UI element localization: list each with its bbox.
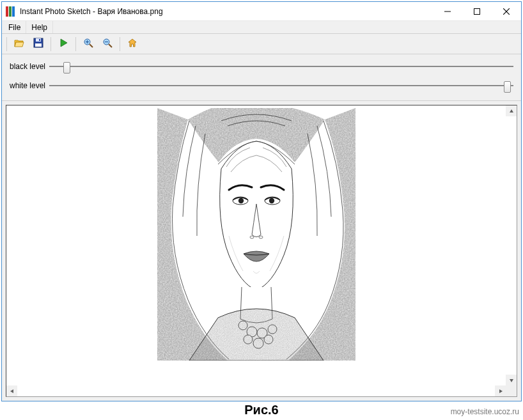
vertical-scrollbar[interactable]: [506, 105, 517, 385]
save-button[interactable]: [29, 36, 47, 52]
toolbar-separator: [75, 37, 76, 51]
scroll-left-button[interactable]: [6, 385, 17, 396]
svg-line-10: [90, 44, 93, 47]
scroll-corner: [506, 385, 517, 396]
black-level-slider[interactable]: [49, 66, 513, 67]
scroll-down-button[interactable]: [506, 375, 517, 385]
svg-rect-7: [39, 39, 40, 41]
toolbar: [2, 34, 521, 54]
vertical-scroll-track[interactable]: [506, 116, 517, 375]
white-level-slider[interactable]: [49, 85, 513, 86]
zoom-in-icon: [83, 38, 93, 50]
sliders-panel: black level white level: [2, 54, 521, 101]
svg-line-14: [109, 44, 112, 47]
toolbar-separator: [51, 37, 51, 51]
zoom-out-button[interactable]: [98, 36, 116, 52]
svg-point-20: [238, 198, 243, 203]
svg-marker-34: [510, 379, 513, 382]
horizontal-scroll-track[interactable]: [17, 385, 495, 396]
svg-marker-36: [499, 389, 503, 393]
window-controls: [433, 2, 521, 20]
app-icon: [6, 6, 16, 17]
scroll-right-button[interactable]: [495, 385, 506, 396]
image-viewport: [6, 105, 517, 397]
white-level-thumb[interactable]: [504, 81, 511, 93]
play-icon: [58, 38, 68, 50]
floppy-disk-icon: [33, 38, 43, 50]
minimize-button[interactable]: [433, 2, 462, 20]
white-level-slider-row: white level: [10, 79, 513, 93]
zoom-in-button[interactable]: [79, 36, 97, 52]
svg-point-22: [269, 198, 274, 203]
home-button[interactable]: [123, 36, 141, 52]
title-bar: Instant Photo Sketch - Варя Иванова.png: [2, 2, 521, 21]
toolbar-separator: [120, 37, 120, 51]
menu-bar: File Help: [2, 21, 521, 34]
open-button[interactable]: [10, 36, 28, 52]
zoom-out-icon: [102, 38, 113, 50]
watermark-text: moy-testsite.ucoz.ru: [451, 407, 519, 416]
svg-marker-16: [129, 39, 136, 47]
home-icon: [127, 38, 137, 50]
svg-marker-8: [61, 39, 67, 47]
svg-rect-1: [474, 8, 480, 14]
horizontal-scrollbar[interactable]: [6, 385, 506, 396]
maximize-button[interactable]: [462, 2, 492, 20]
image-canvas[interactable]: [6, 105, 506, 385]
black-level-slider-row: black level: [10, 59, 513, 74]
black-level-thumb[interactable]: [63, 62, 70, 74]
run-button[interactable]: [54, 36, 72, 52]
menu-help[interactable]: Help: [26, 21, 53, 33]
svg-marker-33: [510, 109, 513, 113]
black-level-label: black level: [10, 62, 49, 71]
svg-marker-35: [10, 389, 13, 393]
folder-open-icon: [14, 38, 24, 50]
app-window: Instant Photo Sketch - Варя Иванова.png …: [1, 1, 522, 401]
svg-rect-6: [35, 43, 42, 47]
scroll-up-button[interactable]: [506, 105, 517, 116]
window-title: Instant Photo Sketch - Варя Иванова.png: [20, 7, 163, 16]
white-level-label: white level: [10, 81, 49, 90]
close-button[interactable]: [492, 2, 521, 20]
figure-caption: Рис.6: [0, 403, 523, 417]
menu-file[interactable]: File: [3, 21, 26, 33]
toolbar-separator: [6, 37, 7, 51]
sketch-portrait-image: [157, 108, 355, 361]
